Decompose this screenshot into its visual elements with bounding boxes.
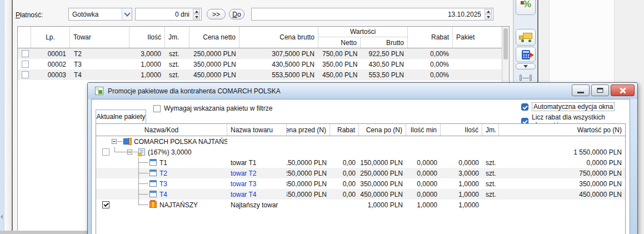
tab-label: Aktualne pakiety: [96, 113, 145, 121]
cell-nazwa-kod: (167%) 3,0000: [96, 147, 227, 157]
column-header-lp[interactable]: Lp.: [31, 27, 70, 48]
cell-cena_brutto: 430,5000 PLN: [239, 61, 318, 68]
forward-days-button[interactable]: >>: [207, 9, 226, 19]
cell-rabat: 0,00: [330, 178, 359, 189]
cell-jm: szt.: [482, 178, 499, 189]
tree-row[interactable]: NAJTAŃSZYNajtańszy towar1,0000 PLN1,0000…: [96, 200, 625, 210]
cell-rabat: [330, 136, 359, 147]
cell-wartosc_po: 1 550,0000 PLN: [499, 147, 625, 157]
cell-ilosc: [441, 147, 482, 157]
spinner-down-icon[interactable]: [485, 14, 492, 19]
column-header-towar[interactable]: Towar: [70, 27, 129, 48]
payment-days-input[interactable]: 0 dni: [135, 8, 202, 21]
cell-nazwa-kod: NAJTAŃSZY: [96, 200, 227, 210]
column-header-wartosc-po[interactable]: Wartość po (N): [499, 124, 625, 136]
promo-table-header: Nazwa/Kod Nazwa towaru Cena przed (N) Ra…: [96, 124, 625, 136]
auto-edit-checkbox[interactable]: [521, 103, 528, 111]
column-header-netto[interactable]: Netto: [318, 37, 361, 48]
cell-ilosc_min: [406, 147, 441, 157]
cell-netto: 450,00 PLN: [318, 71, 361, 79]
product-icon: [149, 170, 157, 176]
minimize-button[interactable]: [572, 84, 590, 96]
days-spinner[interactable]: [193, 9, 200, 19]
cell-cena_po: 1,0000 PLN: [359, 200, 406, 210]
cell-cena_brutto: 553,5000 PLN: [239, 71, 318, 79]
tree-row[interactable]: T1towar T1150,0000 PLN0,00150,0000 PLN0,…: [96, 157, 625, 168]
column-header-cena-brutto[interactable]: Cena brutto: [239, 27, 318, 48]
do-button-label: Do: [232, 11, 241, 18]
row-checkbox[interactable]: [22, 50, 29, 57]
column-header-nazwa-kod[interactable]: Nazwa/Kod: [96, 124, 227, 136]
collapse-panel-arrow-icon[interactable]: [1, 215, 3, 219]
more-dropdown-button[interactable]: [516, 63, 536, 69]
tree-row[interactable]: T2towar T2250,0000 PLN0,00250,0000 PLN0,…: [96, 168, 625, 178]
cell-jm: [482, 147, 499, 157]
discount-percent-button[interactable]: [516, 0, 536, 15]
filter-checkbox[interactable]: [153, 105, 161, 112]
row-checkbox[interactable]: [22, 71, 29, 78]
cell-cena_przed: [287, 200, 330, 210]
cell-nazwa_towaru: towar T2: [227, 168, 287, 178]
column-header-pakiet[interactable]: Pakiet: [453, 27, 502, 48]
calculator-export-button[interactable]: [516, 47, 536, 62]
column-header-jm[interactable]: Jm.: [165, 27, 189, 48]
column-header-nazwa-towaru[interactable]: Nazwa towaru: [227, 124, 287, 136]
tree-row[interactable]: COMARCH POLSKA NAJTAŃSZY: [96, 136, 625, 147]
payment-method-select[interactable]: Gotówka: [68, 8, 132, 21]
cell-rabat: 0,00%: [408, 71, 453, 79]
cell-ilosc_min: 0,0000: [406, 168, 441, 178]
cell-rabat: [330, 147, 359, 157]
cell-nazwa-kod: T3: [96, 178, 227, 189]
spinner-up-icon[interactable]: [485, 9, 492, 14]
left-margin: [4, 0, 12, 234]
column-header-cena-po[interactable]: Cena po (N): [359, 124, 406, 136]
tab-aktualne-pakiety[interactable]: Aktualne pakiety: [96, 109, 146, 124]
do-button[interactable]: Do: [229, 9, 244, 19]
spinner-down-icon[interactable]: [193, 14, 200, 19]
tree-row[interactable]: T4towar T4450,0000 PLN0,00450,0000 PLN0,…: [96, 189, 625, 200]
column-header-rabat[interactable]: Rabat: [408, 27, 453, 48]
payment-date-value: 13.10.2025: [252, 11, 483, 18]
cell-nazwa-kod: T1: [96, 157, 227, 168]
scrollbar-thumb[interactable]: [503, 28, 508, 59]
close-button[interactable]: [611, 84, 635, 96]
collapse-expander-icon[interactable]: [127, 150, 132, 155]
table-row[interactable]: 00003T41,0000szt.450,0000 PLN553,5000 PL…: [18, 69, 502, 80]
chevron-down-icon[interactable]: [122, 8, 132, 20]
row-checkbox[interactable]: [102, 148, 109, 156]
minimize-icon: [577, 92, 584, 93]
cell-lp: 00002: [31, 61, 70, 68]
column-header-ilosc[interactable]: Ilość: [129, 27, 165, 48]
column-header-cena-przed[interactable]: Cena przed (N): [287, 124, 330, 136]
discount-percent-icon: [521, 0, 531, 11]
cell-nazwa-kod: COMARCH POLSKA NAJTAŃSZY: [96, 136, 227, 147]
cell-cena_po: 150,0000 PLN: [359, 157, 406, 168]
tree-node-label: NAJTAŃSZY: [159, 200, 198, 210]
maximize-button[interactable]: [591, 84, 609, 96]
tree-row[interactable]: T3towar T3350,0000 PLN0,00350,0000 PLN0,…: [96, 178, 625, 189]
spinner-up-icon[interactable]: [193, 9, 200, 14]
items-table-header: Lp. Towar Ilość Jm. Cena netto Cena brut…: [18, 27, 502, 48]
column-header-brutto[interactable]: Brutto: [361, 37, 407, 48]
table-row[interactable]: 00001T23,0000szt.250,0000 PLN307,5000 PL…: [18, 48, 502, 59]
collapse-expander-icon[interactable]: [112, 139, 117, 144]
column-header-ilosc-min[interactable]: Ilość min: [406, 124, 441, 136]
date-spinner[interactable]: [485, 9, 492, 19]
product-icon: [149, 191, 157, 197]
table-row[interactable]: 00002T31,0000szt.350,0000 PLN430,5000 PL…: [18, 59, 502, 69]
column-header-cena-netto[interactable]: Cena netto: [189, 27, 239, 48]
row-checkbox[interactable]: [22, 61, 29, 68]
delivery-truck-button[interactable]: [516, 29, 536, 46]
column-header-ilosc[interactable]: Ilość: [441, 124, 482, 136]
filter-checkbox-label: Wymagaj wskazania pakietu w filtrze: [164, 104, 272, 112]
promo-table: Nazwa/Kod Nazwa towaru Cena przed (N) Ra…: [96, 123, 626, 234]
column-header-select[interactable]: [18, 27, 31, 48]
tree-row[interactable]: (167%) 3,00001 550,0000 PLN: [96, 147, 625, 157]
cell-towar: T4: [70, 71, 129, 79]
cell-jm: szt.: [482, 157, 499, 168]
payment-date-input[interactable]: 13.10.2025: [251, 8, 493, 21]
column-header-rabat[interactable]: Rabat: [330, 124, 359, 136]
row-checkbox[interactable]: [102, 201, 109, 208]
dialog-titlebar[interactable]: Promocje pakietowe dla kontrahenta COMAR…: [88, 83, 637, 99]
column-header-jm[interactable]: Jm.: [482, 124, 499, 136]
